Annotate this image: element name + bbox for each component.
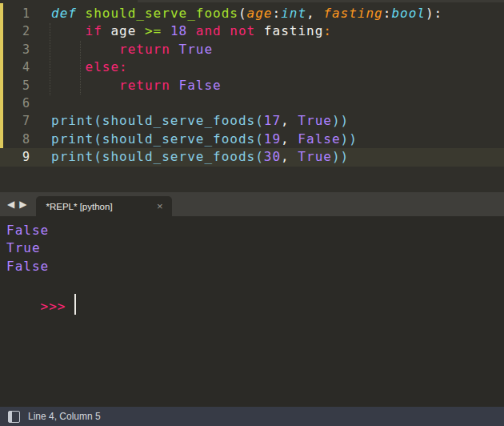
indent-guide (80, 41, 81, 94)
code-line[interactable]: 1def should_serve_foods(age:int, fasting… (0, 5, 504, 22)
code-text: return False (30, 77, 222, 94)
code-line[interactable]: 8print(should_serve_foods(19, False)) (0, 131, 504, 148)
code-line[interactable]: 9print(should_serve_foods(30, True)) (0, 148, 504, 166)
code-line[interactable]: 7print(should_serve_foods(17, True)) (0, 112, 504, 130)
repl-output-line: False (6, 222, 504, 239)
line-number[interactable]: 5 (0, 77, 30, 94)
repl-prompt-line[interactable]: >>> (6, 275, 504, 293)
line-number[interactable]: 6 (0, 94, 30, 112)
code-text: else: (30, 58, 128, 76)
code-text: print(should_serve_foods(19, False)) (30, 131, 358, 148)
line-number[interactable]: 2 (0, 22, 30, 40)
repl-output-line: True (6, 239, 504, 257)
tab-repl[interactable]: *REPL* [python] × (36, 196, 172, 216)
repl-output-line: False (6, 258, 504, 275)
code-text: print(should_serve_foods(30, True)) (30, 148, 349, 166)
close-icon[interactable]: × (157, 201, 163, 211)
tab-bar: ◀ ▶ *REPL* [python] × (0, 192, 504, 216)
code-lines-container: 1def should_serve_foods(age:int, fasting… (0, 5, 504, 167)
cursor-position-label: Line 4, Column 5 (28, 411, 101, 422)
file-panel-icon (8, 411, 20, 423)
code-line[interactable]: 6 (0, 94, 504, 112)
code-editor-pane[interactable]: 1def should_serve_foods(age:int, fasting… (0, 0, 504, 192)
code-line[interactable]: 2 if age >= 18 and not fasting: (0, 22, 504, 40)
line-number[interactable]: 9 (0, 148, 30, 166)
line-number[interactable]: 8 (0, 131, 30, 148)
tab-scroll-arrows: ◀ ▶ (7, 192, 26, 216)
code-line[interactable]: 3 return True (0, 41, 504, 58)
text-cursor (74, 294, 76, 315)
line-number[interactable]: 4 (0, 58, 30, 76)
indent-guide (50, 23, 50, 95)
code-text: def should_serve_foods(age:int, fasting:… (30, 5, 442, 22)
code-text: if age >= 18 and not fasting: (30, 22, 332, 40)
top-divider (138, 0, 504, 2)
repl-pane[interactable]: FalseTrueFalse >>> (0, 216, 504, 407)
code-text (30, 94, 51, 112)
tab-back-icon[interactable]: ◀ (7, 199, 14, 210)
status-bar: Line 4, Column 5 (0, 407, 504, 426)
code-text: print(should_serve_foods(17, True)) (30, 112, 349, 130)
code-text: return True (30, 41, 213, 58)
repl-output: FalseTrueFalse (6, 222, 504, 275)
line-number[interactable]: 7 (0, 112, 30, 130)
repl-prompt: >>> (41, 299, 75, 314)
line-number[interactable]: 3 (0, 41, 30, 58)
code-line[interactable]: 5 return False (0, 77, 504, 94)
code-line[interactable]: 4 else: (0, 58, 504, 76)
tab-label: *REPL* [python] (46, 202, 112, 211)
line-number[interactable]: 1 (0, 5, 30, 22)
tab-forward-icon[interactable]: ▶ (19, 199, 26, 210)
